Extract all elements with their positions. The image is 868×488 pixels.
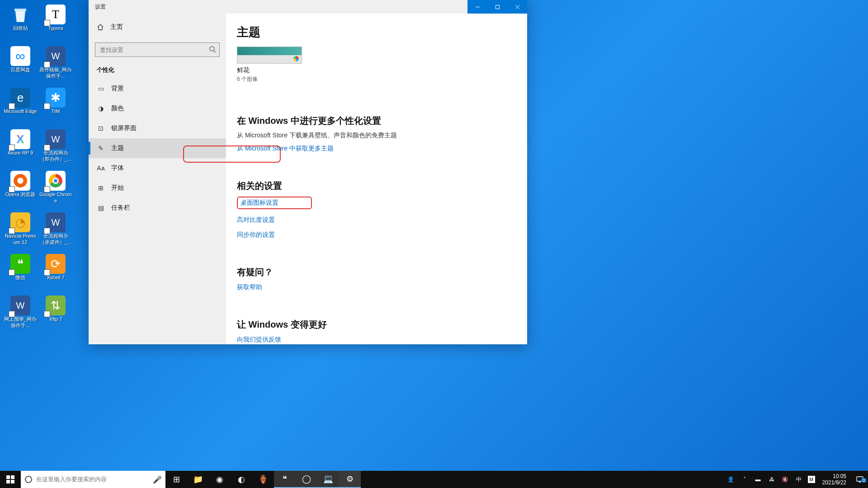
desktop-icon[interactable]: W网上预审_网办操作手... bbox=[3, 294, 38, 335]
question-title: 有疑问？ bbox=[237, 266, 490, 278]
action-center-icon[interactable]: 3 bbox=[854, 475, 866, 483]
sidebar-home[interactable]: 主页 bbox=[89, 17, 226, 37]
desktop-icon[interactable]: TTypora bbox=[38, 3, 73, 44]
desktop-icon[interactable]: Opera 浏览器 bbox=[3, 169, 38, 211]
minimize-button[interactable] bbox=[467, 0, 487, 14]
sidebar-item-label: 主题 bbox=[111, 144, 124, 152]
nav-icon: ⊞ bbox=[97, 184, 105, 192]
svg-line-5 bbox=[214, 51, 216, 52]
desktop-icon[interactable]: W全流程网办（承诺件）_... bbox=[38, 211, 73, 252]
opera-taskbar-icon[interactable]: ◯ bbox=[296, 471, 317, 488]
desktop-icon[interactable]: XAxure RP 9 bbox=[3, 127, 38, 169]
svg-rect-1 bbox=[495, 5, 499, 9]
theme-name: 鲜花 bbox=[237, 66, 302, 75]
nav-icon: Aᴀ bbox=[97, 164, 105, 172]
maximize-button[interactable] bbox=[487, 0, 507, 14]
sidebar-category: 个性化 bbox=[89, 63, 226, 79]
task-view-button[interactable]: ⊞ bbox=[165, 471, 187, 488]
desktop-icon-label: 原件核验_网办操作手... bbox=[39, 67, 72, 80]
desktop-icon[interactable]: Google Chrome bbox=[38, 169, 73, 211]
opera-icon bbox=[10, 171, 30, 191]
desktop-icon[interactable]: ✱TIM bbox=[38, 86, 73, 127]
svg-rect-8 bbox=[6, 480, 10, 483]
theme-preview[interactable]: 鲜花 6 个图像 bbox=[237, 47, 302, 83]
sidebar-item-0[interactable]: ▭背景 bbox=[89, 79, 226, 99]
search-input[interactable] bbox=[95, 42, 220, 57]
ime-m-indicator[interactable]: M bbox=[808, 476, 815, 483]
sidebar-home-label: 主页 bbox=[110, 23, 123, 31]
network-icon[interactable]: 🖧 bbox=[767, 476, 776, 483]
related-settings-title: 相关的设置 bbox=[237, 180, 490, 192]
sidebar-item-label: 字体 bbox=[111, 164, 124, 172]
app-icon-2[interactable]: 🏺 bbox=[252, 471, 274, 488]
sidebar-item-6[interactable]: ▤任务栏 bbox=[89, 198, 226, 218]
search-icon bbox=[209, 46, 216, 53]
doc-icon: W bbox=[46, 129, 66, 149]
high-contrast-link[interactable]: 高对比度设置 bbox=[237, 216, 275, 224]
desktop-icon[interactable]: ⇅Xftp 7 bbox=[38, 294, 73, 335]
taskbar-search[interactable]: 在这里输入你要搜索的内容 🎤 bbox=[21, 471, 165, 488]
svg-rect-6 bbox=[6, 475, 10, 479]
page-title: 主题 bbox=[237, 24, 527, 40]
better-title: 让 Windows 变得更好 bbox=[237, 319, 490, 331]
close-button[interactable] bbox=[507, 0, 527, 14]
doc-icon: W bbox=[46, 212, 66, 232]
more-personalization-desc: 从 Microsoft Store 下载兼具壁纸、声音和颜色的免费主题 bbox=[237, 131, 490, 140]
desktop-icon-label: TIM bbox=[52, 108, 60, 115]
desktop-icon[interactable]: W原件核验_网办操作手... bbox=[38, 44, 73, 86]
desktop-icon[interactable]: eMicrosoft Edge bbox=[3, 86, 38, 127]
sync-settings-link[interactable]: 同步你的设置 bbox=[237, 231, 275, 239]
sidebar-item-label: 背景 bbox=[111, 84, 124, 93]
feedback-link[interactable]: 向我们提供反馈 bbox=[237, 336, 281, 344]
xftp-icon: ⇅ bbox=[46, 296, 66, 315]
settings-taskbar-icon[interactable]: ⚙ bbox=[339, 471, 361, 488]
desktop-icon[interactable]: ❝微信 bbox=[3, 252, 38, 294]
battery-icon[interactable]: ▬ bbox=[754, 476, 763, 483]
get-help-link[interactable]: 获取帮助 bbox=[237, 283, 262, 291]
chrome-taskbar-icon[interactable]: ◉ bbox=[209, 471, 231, 488]
file-explorer-icon[interactable]: 📁 bbox=[187, 471, 209, 488]
nav-icon: ▤ bbox=[97, 204, 105, 211]
wechat-taskbar-icon[interactable]: ❝ bbox=[274, 471, 296, 488]
app-icon-1[interactable]: ◐ bbox=[231, 471, 252, 488]
taskbar-time: 10:05 bbox=[822, 473, 846, 479]
taskbar-search-placeholder: 在这里输入你要搜索的内容 bbox=[36, 475, 149, 483]
sidebar-item-1[interactable]: ◑颜色 bbox=[89, 99, 226, 118]
titlebar[interactable]: 设置 bbox=[89, 0, 527, 14]
desktop-icon[interactable]: ◔Navicat Premium 12 bbox=[3, 211, 38, 252]
desktop-icon-label: Microsoft Edge bbox=[4, 108, 37, 115]
people-icon[interactable]: 👤 bbox=[726, 476, 736, 483]
desktop-icon-label: Axure RP 9 bbox=[8, 150, 33, 156]
desktop-icon[interactable]: 回收站 bbox=[3, 3, 38, 44]
chrome-icon bbox=[46, 171, 66, 191]
ime-indicator[interactable]: 中 bbox=[794, 476, 803, 483]
axure-icon: X bbox=[10, 129, 30, 149]
store-themes-link[interactable]: 从 Microsoft Store 中获取更多主题 bbox=[237, 145, 334, 153]
desktop-icon-label: 百度网盘 bbox=[10, 67, 30, 73]
taskbar-date: 2021/9/22 bbox=[822, 479, 846, 486]
svg-rect-7 bbox=[11, 475, 14, 479]
desktop-icon[interactable]: W全流程网办（即办件）_... bbox=[38, 127, 73, 169]
start-button[interactable] bbox=[0, 471, 21, 488]
taskbar-clock[interactable]: 10:05 2021/9/22 bbox=[820, 473, 849, 486]
sidebar-item-label: 任务栏 bbox=[111, 204, 130, 212]
sidebar-item-4[interactable]: Aᴀ字体 bbox=[89, 158, 226, 178]
desktop-icon[interactable]: ∞百度网盘 bbox=[3, 44, 38, 86]
tray-chevron-icon[interactable]: ˄ bbox=[740, 476, 749, 483]
volume-icon[interactable]: 🔇 bbox=[781, 476, 790, 483]
window-title: 设置 bbox=[95, 3, 106, 11]
app-icon-3[interactable]: 💻 bbox=[317, 471, 339, 488]
desktop-icon[interactable]: ⟳Xshell 7 bbox=[38, 252, 73, 294]
mic-icon[interactable]: 🎤 bbox=[153, 475, 162, 484]
desktop-icon-settings-link[interactable]: 桌面图标设置 bbox=[237, 197, 312, 209]
desktop-icon-label: Typora bbox=[48, 25, 63, 32]
sidebar-item-5[interactable]: ⊞开始 bbox=[89, 178, 226, 198]
desktop-icon-label: 全流程网办（即办件）_... bbox=[39, 150, 72, 163]
desktop-icon-label: Xftp 7 bbox=[49, 316, 62, 323]
desktop-icon-label: Xshell 7 bbox=[47, 275, 64, 281]
sidebar-item-3[interactable]: ✎主题 bbox=[89, 138, 226, 158]
edge-icon: e bbox=[10, 88, 30, 108]
sidebar-item-2[interactable]: ⊡锁屏界面 bbox=[89, 118, 226, 138]
nav-icon: ▭ bbox=[97, 85, 105, 92]
taskbar: 在这里输入你要搜索的内容 🎤 ⊞📁◉◐🏺❝◯💻⚙ 👤 ˄ ▬ 🖧 🔇 中 M 1… bbox=[0, 471, 868, 488]
